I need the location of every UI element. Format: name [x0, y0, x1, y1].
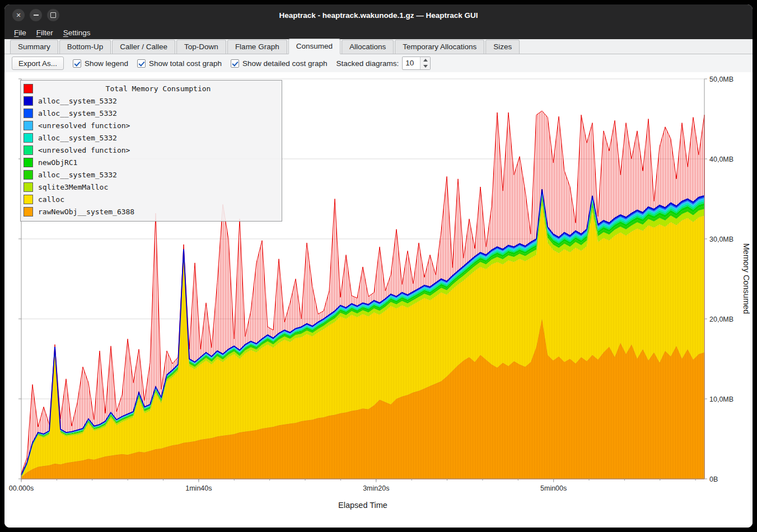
stacked-diagrams-label: Stacked diagrams: — [337, 59, 399, 68]
legend-item-label: calloc — [38, 195, 64, 204]
legend-item: alloc__system_5332 — [24, 168, 278, 181]
legend-title-row: Total Memory Consumption — [24, 82, 278, 95]
legend-item-label: alloc__system_5332 — [38, 134, 117, 142]
checkbox-group: Show legendShow total cost graphShow det… — [73, 59, 328, 68]
tab-consumed[interactable]: Consumed — [288, 39, 340, 54]
legend-swatch — [24, 195, 33, 204]
close-icon[interactable]: ✕ — [12, 9, 25, 21]
legend-swatch — [24, 158, 33, 167]
legend-swatch — [24, 96, 33, 106]
y-axis-title: Memory Consumed — [742, 243, 751, 314]
legend-item: <unresolved function> — [24, 119, 278, 131]
checkbox-label: Show detailed cost graph — [242, 59, 328, 68]
checkbox-show-detailed-cost-graph[interactable]: Show detailed cost graph — [231, 59, 328, 68]
x-axis-tick-label: 3min20s — [363, 484, 389, 492]
legend-item: calloc — [24, 193, 278, 205]
legend-item-label: <unresolved function> — [38, 121, 130, 130]
x-axis-tick-label: 00.000s — [9, 484, 34, 492]
tab-bar: SummaryBottom-UpCaller / CalleeTop-DownF… — [4, 39, 753, 54]
tab-summary[interactable]: Summary — [10, 40, 58, 54]
spinbox-value[interactable]: 10 — [403, 57, 420, 69]
tab-top-down[interactable]: Top-Down — [176, 40, 226, 54]
checkbox-checked-icon[interactable] — [137, 59, 146, 68]
consumed-chart-view[interactable]: 0B10,0MB20,0MB30,0MB40,0MB50,0MB00.000s1… — [4, 72, 753, 528]
checkbox-show-total-cost-graph[interactable]: Show total cost graph — [137, 59, 222, 68]
legend-swatch — [24, 182, 33, 192]
menubar: FileFilterSettings — [4, 26, 753, 39]
export-as-button[interactable]: Export As... — [12, 57, 64, 70]
legend-item-label: rawNewObj__system_6388 — [38, 208, 134, 216]
legend-item-label: alloc__system_5332 — [38, 171, 117, 179]
legend-swatch — [24, 207, 33, 216]
legend-item-label: <unresolved function> — [38, 146, 130, 154]
titlebar[interactable]: ✕ Heaptrack - heaptrack.wakunode.1.gz — … — [4, 4, 753, 26]
legend-item-label: newObjRC1 — [38, 158, 77, 167]
x-axis-title: Elapsed Time — [338, 501, 387, 510]
toolbar: Export As... Show legendShow total cost … — [4, 54, 753, 72]
checkbox-checked-icon[interactable] — [73, 59, 81, 68]
y-axis-tick-label: 0B — [709, 475, 718, 483]
y-axis-tick-label: 10,0MB — [709, 396, 733, 403]
window-title: Heaptrack - heaptrack.wakunode.1.gz — He… — [4, 11, 753, 20]
legend-item: <unresolved function> — [24, 144, 278, 156]
menu-file[interactable]: File — [9, 27, 31, 38]
legend-item: newObjRC1 — [24, 156, 278, 168]
minimize-bar — [34, 15, 39, 16]
app-window: ✕ Heaptrack - heaptrack.wakunode.1.gz — … — [4, 4, 753, 528]
checkbox-checked-icon[interactable] — [231, 59, 239, 68]
legend-swatch — [24, 133, 33, 143]
legend-swatch — [24, 170, 33, 180]
menu-settings[interactable]: Settings — [58, 27, 96, 38]
tab-temporary-allocations[interactable]: Temporary Allocations — [395, 40, 484, 54]
checkbox-show-legend[interactable]: Show legend — [73, 59, 128, 68]
legend-swatch — [24, 145, 33, 155]
spinbox-buttons — [420, 57, 430, 69]
checkbox-label: Show legend — [85, 59, 128, 68]
y-axis-tick-label: 30,0MB — [709, 236, 733, 243]
legend-item-label: alloc__system_5332 — [38, 97, 117, 105]
stacked-diagrams-group: Stacked diagrams: 10 — [337, 57, 431, 70]
chevron-up-icon — [423, 59, 428, 62]
chart-legend: Total Memory Consumptionalloc__system_53… — [20, 80, 282, 222]
legend-item: alloc__system_5332 — [24, 107, 278, 119]
legend-item-label: alloc__system_5332 — [38, 109, 117, 117]
tab-sizes[interactable]: Sizes — [485, 40, 520, 54]
legend-title: Total Memory Consumption — [38, 84, 278, 93]
legend-swatch — [24, 121, 33, 130]
x-axis-tick-label: 1min40s — [185, 484, 212, 492]
legend-item: alloc__system_5332 — [24, 131, 278, 144]
stacked-diagrams-spinbox[interactable]: 10 — [402, 57, 431, 70]
window-controls: ✕ — [4, 9, 59, 21]
y-axis-tick-label: 50,0MB — [709, 76, 733, 83]
spin-down-button[interactable] — [420, 63, 430, 69]
maximize-icon[interactable] — [47, 9, 59, 21]
x-axis-tick-label: 5min00s — [540, 484, 567, 492]
maximize-square — [50, 12, 56, 18]
legend-item: rawNewObj__system_6388 — [24, 205, 278, 218]
tab-bottom-up[interactable]: Bottom-Up — [59, 40, 111, 54]
y-axis-tick-label: 20,0MB — [709, 316, 733, 323]
legend-item: sqlite3MemMalloc — [24, 181, 278, 193]
legend-swatch — [24, 109, 33, 118]
legend-item-label: sqlite3MemMalloc — [38, 183, 108, 191]
minimize-icon[interactable] — [30, 9, 42, 21]
legend-item: alloc__system_5332 — [24, 95, 278, 107]
y-axis-tick-label: 40,0MB — [709, 156, 733, 163]
tab-caller-callee[interactable]: Caller / Callee — [112, 40, 175, 54]
spin-up-button[interactable] — [420, 57, 430, 63]
tab-allocations[interactable]: Allocations — [342, 40, 394, 54]
legend-swatch — [24, 84, 33, 93]
tab-flame-graph[interactable]: Flame Graph — [227, 40, 287, 54]
checkbox-label: Show total cost graph — [149, 59, 222, 68]
menu-filter[interactable]: Filter — [31, 27, 58, 38]
chevron-down-icon — [423, 65, 428, 68]
